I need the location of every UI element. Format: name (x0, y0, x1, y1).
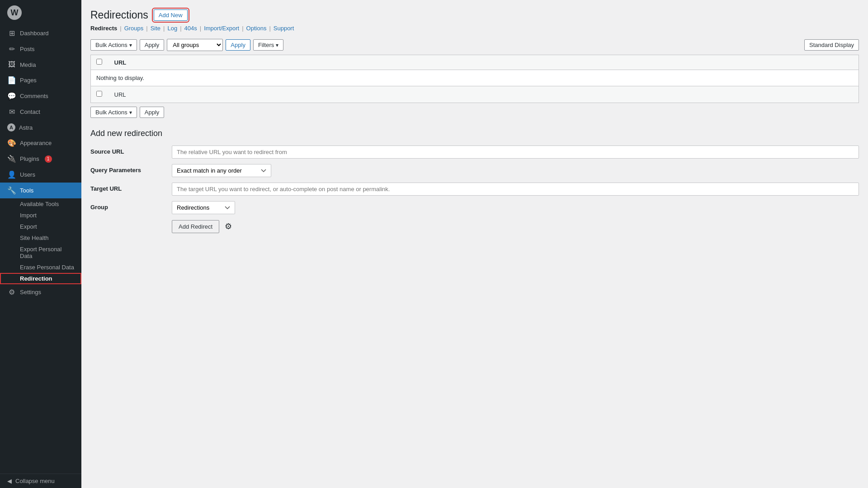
plugins-icon: 🔌 (7, 155, 16, 163)
sidebar-item-label: Tools (20, 187, 33, 194)
sidebar: W ⊞ Dashboard ✏ Posts 🖼 Media 📄 Pages 💬 … (0, 0, 81, 488)
all-groups-select[interactable]: All groups Redirections Modified Posts (167, 39, 223, 51)
sidebar-item-media[interactable]: 🖼 Media (0, 57, 81, 72)
sidebar-item-label: Settings (20, 289, 41, 296)
sub-nav-log[interactable]: Log (167, 25, 177, 32)
select-all-checkbox[interactable] (96, 59, 102, 65)
form-actions: Add Redirect ⚙ (172, 220, 859, 233)
sub-nav: Redirects | Groups | Site | Log | 404s |… (90, 25, 859, 32)
site-health-label: Site Health (20, 235, 49, 241)
sidebar-item-settings[interactable]: ⚙ Settings (0, 284, 81, 300)
settings-icon: ⚙ (7, 288, 16, 296)
plugins-badge: 1 (45, 155, 52, 163)
appearance-icon: 🎨 (7, 139, 16, 147)
sidebar-logo: W (0, 0, 81, 25)
sidebar-item-label: Plugins (20, 155, 39, 162)
sidebar-item-appearance[interactable]: 🎨 Appearance (0, 135, 81, 151)
pages-icon: 📄 (7, 76, 16, 84)
collapse-arrow-icon: ◀ (7, 478, 12, 484)
sidebar-item-comments[interactable]: 💬 Comments (0, 88, 81, 104)
sidebar-item-label: Pages (20, 77, 37, 84)
sidebar-item-astra[interactable]: A Astra (0, 120, 81, 135)
bulk-actions-bottom-chevron-icon (129, 109, 132, 116)
contact-icon: ✉ (7, 108, 16, 116)
bulk-actions-top-button[interactable]: Bulk Actions (90, 39, 137, 51)
sidebar-item-plugins[interactable]: 🔌 Plugins 1 (0, 151, 81, 167)
dashboard-icon: ⊞ (7, 29, 16, 38)
table-footer-url[interactable]: URL (109, 86, 859, 103)
sidebar-item-label: Dashboard (20, 30, 49, 37)
table-empty-row: Nothing to display. (91, 70, 859, 86)
posts-icon: ✏ (7, 45, 16, 53)
bulk-actions-chevron-icon (129, 42, 132, 48)
bulk-actions-top-label: Bulk Actions (95, 42, 127, 48)
source-url-row: Source URL (90, 145, 859, 159)
sub-nav-404s[interactable]: 404s (184, 25, 197, 32)
redirects-table: URL Nothing to display. URL (90, 55, 859, 103)
query-params-select[interactable]: Exact match in any order Ignore query pa… (172, 164, 271, 177)
sidebar-sub-available-tools[interactable]: Available Tools (0, 198, 81, 210)
add-redirect-section: Add new redirection Source URL Query Par… (90, 129, 859, 233)
erase-personal-data-label: Erase Personal Data (20, 264, 74, 271)
collapse-menu-label: Collapse menu (15, 478, 55, 484)
sub-nav-import-export[interactable]: Import/Export (204, 25, 239, 32)
bottom-toolbar: Bulk Actions Apply (90, 107, 859, 118)
sidebar-item-label: Appearance (20, 140, 52, 146)
target-url-row: Target URL (90, 183, 859, 196)
top-toolbar: Bulk Actions Apply All groups Redirectio… (90, 39, 859, 51)
group-select[interactable]: Redirections Modified Posts (172, 201, 235, 214)
apply-top-button[interactable]: Apply (140, 39, 165, 51)
sidebar-sub-export-personal-data[interactable]: Export Personal Data (0, 244, 81, 262)
sub-nav-support[interactable]: Support (274, 25, 294, 32)
bulk-actions-bottom-label: Bulk Actions (95, 109, 127, 116)
sidebar-sub-redirection[interactable]: Redirection (0, 273, 81, 284)
comments-icon: 💬 (7, 92, 16, 100)
page-title: Redirections (90, 9, 148, 21)
add-redirect-title: Add new redirection (90, 129, 859, 138)
table-footer-url-row: URL (91, 86, 859, 103)
sub-nav-groups[interactable]: Groups (124, 25, 144, 32)
sidebar-item-users[interactable]: 👤 Users (0, 167, 81, 183)
select-all-bottom-checkbox[interactable] (96, 91, 102, 97)
sidebar-item-label: Posts (20, 46, 35, 52)
sidebar-item-label: Users (20, 171, 35, 178)
sidebar-item-label: Comments (20, 93, 48, 99)
table-header-row: URL (91, 55, 859, 70)
export-personal-data-label: Export Personal Data (20, 246, 74, 259)
collapse-menu-button[interactable]: ◀ Collapse menu (0, 474, 81, 488)
sub-nav-redirects[interactable]: Redirects (90, 25, 117, 32)
sidebar-sub-export[interactable]: Export (0, 221, 81, 232)
add-new-button[interactable]: Add New (154, 9, 188, 21)
gear-icon: ⚙ (225, 222, 232, 231)
table-header-url[interactable]: URL (109, 55, 859, 70)
top-toolbar-right: Standard Display (804, 39, 859, 51)
standard-display-button[interactable]: Standard Display (804, 39, 859, 51)
target-url-input[interactable] (172, 183, 859, 196)
redirection-label: Redirection (20, 275, 52, 282)
apply-blue-button[interactable]: Apply (226, 39, 250, 51)
astra-icon: A (7, 123, 15, 131)
sidebar-item-pages[interactable]: 📄 Pages (0, 72, 81, 88)
sidebar-item-contact[interactable]: ✉ Contact (0, 104, 81, 120)
table-empty-message: Nothing to display. (91, 70, 859, 86)
sidebar-item-posts[interactable]: ✏ Posts (0, 41, 81, 57)
sub-nav-options[interactable]: Options (246, 25, 267, 32)
apply-bottom-button[interactable]: Apply (140, 107, 165, 118)
sidebar-sub-erase-personal-data[interactable]: Erase Personal Data (0, 262, 81, 273)
main-content: Redirections Add New Redirects | Groups … (81, 0, 868, 488)
sidebar-item-label: Astra (19, 124, 33, 131)
users-icon: 👤 (7, 170, 16, 179)
group-label: Group (90, 201, 172, 211)
sidebar-item-dashboard[interactable]: ⊞ Dashboard (0, 25, 81, 41)
table-footer-checkbox-cell (91, 86, 109, 103)
query-params-row: Query Parameters Exact match in any orde… (90, 164, 859, 177)
filters-button[interactable]: Filters (253, 39, 283, 51)
sidebar-sub-site-health[interactable]: Site Health (0, 232, 81, 244)
sub-nav-site[interactable]: Site (151, 25, 160, 32)
add-redirect-button[interactable]: Add Redirect (172, 220, 219, 233)
bulk-actions-bottom-button[interactable]: Bulk Actions (90, 107, 137, 118)
source-url-input[interactable] (172, 145, 859, 159)
sidebar-sub-import[interactable]: Import (0, 210, 81, 221)
sidebar-item-tools[interactable]: 🔧 Tools (0, 183, 81, 198)
gear-settings-button[interactable]: ⚙ (223, 220, 234, 233)
